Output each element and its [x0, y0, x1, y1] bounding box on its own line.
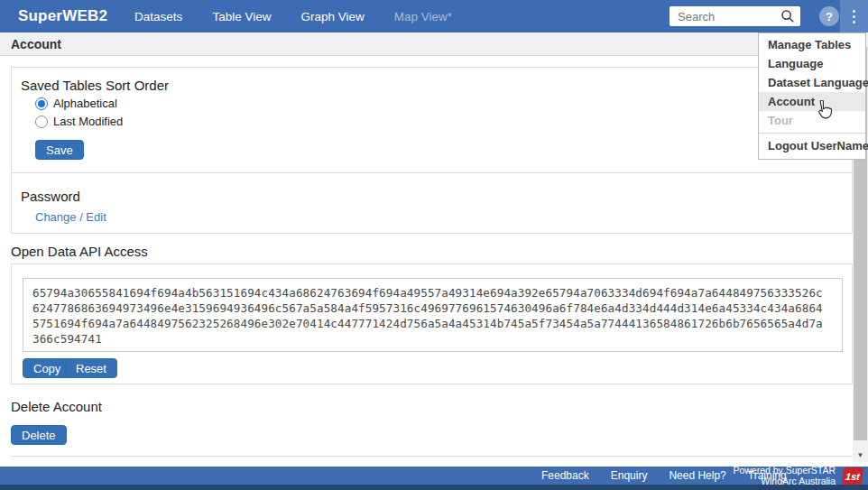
sort-order-section: Saved Tables Sort Order Alphabetical Las… — [11, 67, 853, 173]
menu-item-account[interactable]: Account — [759, 92, 865, 111]
nav-item-map-view[interactable]: Map View* — [394, 10, 452, 23]
api-key-value[interactable]: 65794a30655841694f694a4b563151694c434a68… — [23, 278, 843, 352]
radio-alphabetical-control[interactable] — [35, 97, 48, 110]
radio-alphabetical-label: Alphabetical — [53, 97, 117, 110]
footer-link-feedback[interactable]: Feedback — [541, 469, 589, 482]
superstar-1st-logo-icon: 1st — [842, 467, 863, 485]
menu-item-manage-tables[interactable]: Manage Tables — [759, 35, 865, 54]
change-edit-link[interactable]: Change / Edit — [35, 210, 106, 224]
nav-item-datasets[interactable]: Datasets — [134, 10, 182, 23]
radio-last-modified-label: Last Modified — [53, 115, 123, 128]
nav-item-graph-view[interactable]: Graph View — [300, 10, 364, 23]
scroll-down-icon[interactable]: ▼ — [853, 448, 868, 462]
sort-order-title: Saved Tables Sort Order — [21, 78, 169, 93]
overflow-dropdown-menu: Manage Tables Language Dataset Language … — [758, 32, 866, 160]
search-icon[interactable] — [780, 9, 795, 23]
api-key-line: 65794a30655841694f694a4b563151694c434a68… — [32, 285, 833, 300]
search-box — [669, 6, 800, 26]
radio-last-modified-control[interactable] — [35, 116, 48, 128]
bottom-divider — [11, 456, 853, 457]
top-navbar: SuperWEB2 Datasets Table View Graph View… — [0, 0, 868, 32]
page-title: Account — [11, 37, 61, 51]
nav-item-table-view[interactable]: Table View — [212, 10, 271, 23]
menu-item-dataset-language[interactable]: Dataset Language — [759, 73, 865, 92]
powered-by-text: Powered by SuperSTAR WingArc Australia — [733, 465, 836, 486]
delete-account-title: Delete Account — [11, 399, 102, 414]
help-icon[interactable]: ? — [819, 6, 839, 26]
footer-bottom-strip — [0, 485, 868, 490]
menu-separator — [759, 133, 865, 134]
footer-link-need-help[interactable]: Need Help? — [669, 469, 725, 482]
menu-item-tour: Tour — [759, 111, 865, 130]
menu-item-logout[interactable]: Logout UserName — [759, 136, 865, 155]
main-nav: Datasets Table View Graph View Map View* — [134, 10, 452, 23]
menu-item-language[interactable]: Language — [759, 54, 865, 73]
footer-bar: Feedback Enquiry Need Help? Training Pow… — [0, 467, 868, 485]
password-title: Password — [21, 189, 80, 204]
api-access-title: Open Data API Access — [11, 244, 148, 259]
delete-button[interactable]: Delete — [11, 425, 67, 445]
api-access-section: 65794a30655841694f694a4b563151694c434a68… — [11, 263, 853, 384]
app-logo[interactable]: SuperWEB2 — [18, 7, 107, 25]
overflow-menu-icon[interactable] — [840, 0, 868, 32]
api-key-line: 6247786863694973496e4e3159694936496c567a… — [32, 300, 833, 316]
api-key-line: 366c594741 — [32, 331, 833, 347]
save-button[interactable]: Save — [35, 140, 84, 160]
radio-alphabetical[interactable]: Alphabetical — [35, 97, 117, 110]
reset-button[interactable]: Reset — [65, 358, 117, 378]
superweb2-account-page: SuperWEB2 Datasets Table View Graph View… — [0, 0, 868, 490]
password-section: Password Change / Edit — [11, 173, 853, 234]
radio-last-modified[interactable]: Last Modified — [35, 115, 123, 128]
api-key-line: 5751694f694a7a6448497562325268496e302e70… — [32, 316, 833, 331]
page-title-bar: Account — [0, 32, 868, 56]
footer-link-enquiry[interactable]: Enquiry — [611, 469, 648, 482]
